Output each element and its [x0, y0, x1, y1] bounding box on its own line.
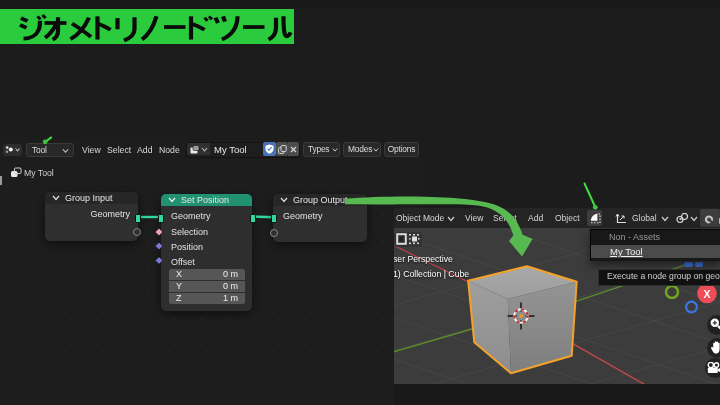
svg-text:X: X: [703, 288, 710, 300]
